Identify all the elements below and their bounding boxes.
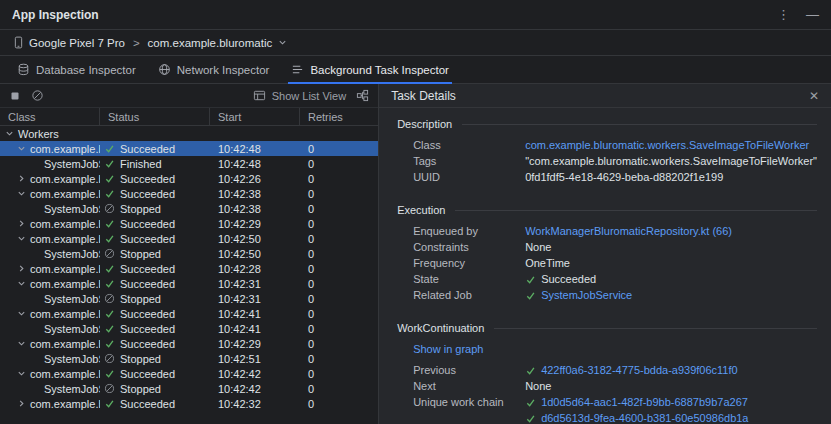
close-icon[interactable]: ✕ bbox=[809, 89, 819, 103]
check-icon bbox=[104, 263, 115, 274]
chevron-open-icon[interactable] bbox=[16, 144, 27, 153]
detail-link[interactable]: 422ff0a6-3182-4775-bdda-a939f06c11f0 bbox=[541, 363, 738, 377]
start-cell: 10:42:29 bbox=[210, 336, 300, 351]
detail-link[interactable]: d6d5613d-9fea-4600-b381-60e50986db1a bbox=[541, 411, 748, 424]
cancel-work-icon[interactable] bbox=[31, 89, 44, 102]
chevron-open-icon[interactable] bbox=[16, 309, 27, 318]
table-row[interactable]: com.example.blSucceeded10:42:260 bbox=[0, 171, 378, 186]
inspector-tabs: Database InspectorNetwork InspectorBackg… bbox=[0, 56, 831, 84]
check-icon bbox=[104, 338, 115, 349]
details-body: DescriptionClasscom.example.bluromatic.w… bbox=[379, 108, 831, 424]
status-cell: Succeeded bbox=[100, 321, 210, 336]
column-header-retries[interactable]: Retries bbox=[300, 108, 378, 125]
column-header-status[interactable]: Status bbox=[100, 108, 210, 125]
retries-cell: 0 bbox=[300, 381, 378, 396]
class-name: com.example.bl bbox=[30, 143, 100, 155]
status-label: Succeeded bbox=[120, 278, 175, 290]
detail-label: Constraints bbox=[413, 240, 525, 255]
detail-link[interactable]: WorkManagerBluromaticRepository.kt (66) bbox=[525, 224, 732, 238]
table-row[interactable]: SystemJobSStopped10:42:510 bbox=[0, 351, 378, 366]
start-cell: 10:42:41 bbox=[210, 306, 300, 321]
table-row[interactable]: com.example.blSucceeded10:42:410 bbox=[0, 306, 378, 321]
table-row[interactable]: com.example.blSucceeded10:42:290 bbox=[0, 216, 378, 231]
table-row[interactable]: com.example.blSucceeded10:42:320 bbox=[0, 396, 378, 411]
check-icon bbox=[104, 218, 115, 229]
start-cell: 10:42:32 bbox=[210, 396, 300, 411]
tab-network-inspector[interactable]: Network Inspector bbox=[147, 56, 281, 83]
table-row[interactable]: SystemJobSFinished10:42:480 bbox=[0, 156, 378, 171]
status-cell: Succeeded bbox=[100, 336, 210, 351]
detail-link[interactable]: 1d0d5d64-aac1-482f-b9bb-6887b9b7a267 bbox=[541, 395, 748, 409]
hide-icon[interactable]: — bbox=[806, 8, 819, 21]
start-cell: 10:42:42 bbox=[210, 366, 300, 381]
table-row[interactable]: SystemJobSStopped10:42:420 bbox=[0, 381, 378, 396]
table-row[interactable]: SystemJobSStopped10:42:500 bbox=[0, 246, 378, 261]
start-cell: 10:42:41 bbox=[210, 321, 300, 336]
titlebar: App Inspection ⋮ — bbox=[0, 0, 831, 30]
chevron-open-icon[interactable] bbox=[16, 369, 27, 378]
tab-database-inspector[interactable]: Database Inspector bbox=[6, 56, 147, 83]
detail-label: Unique work chain bbox=[413, 395, 525, 410]
chevron-closed-icon[interactable] bbox=[16, 174, 27, 183]
table-row[interactable]: com.example.blSucceeded10:42:500 bbox=[0, 231, 378, 246]
details-section-workcontinuation: WorkContinuationShow in graphPrevious422… bbox=[397, 320, 817, 424]
detail-label: Tags bbox=[413, 154, 525, 169]
chevron-closed-icon[interactable] bbox=[16, 264, 27, 273]
show-list-view-label: Show List View bbox=[272, 90, 346, 102]
check-icon bbox=[104, 173, 115, 184]
show-in-graph-link[interactable]: Show in graph bbox=[413, 343, 483, 355]
detail-row: UUID0fd1fdf5-4e18-4629-beba-d88202f1e199 bbox=[413, 170, 817, 186]
status-cell: Succeeded bbox=[100, 171, 210, 186]
retries-cell: 0 bbox=[300, 306, 378, 321]
status-label: Stopped bbox=[120, 383, 161, 395]
show-list-view-button[interactable]: Show List View bbox=[253, 89, 346, 102]
detail-values: None bbox=[525, 240, 551, 254]
chevron-open-icon[interactable] bbox=[16, 339, 27, 348]
detail-link[interactable]: com.example.bluromatic.workers.SaveImage… bbox=[525, 138, 809, 152]
table-header: ClassStatusStartRetries bbox=[0, 108, 378, 126]
class-cell: com.example.bl bbox=[0, 276, 100, 291]
chevron-closed-icon[interactable] bbox=[16, 219, 27, 228]
column-header-start[interactable]: Start bbox=[210, 108, 300, 125]
status-label: Stopped bbox=[120, 353, 161, 365]
detail-label: Next bbox=[413, 379, 525, 394]
more-options-icon[interactable]: ⋮ bbox=[777, 8, 790, 21]
table-row[interactable]: com.example.blSucceeded10:42:290 bbox=[0, 336, 378, 351]
chevron-open-icon[interactable] bbox=[16, 234, 27, 243]
class-cell: SystemJobS bbox=[0, 291, 100, 306]
column-header-class[interactable]: Class bbox=[0, 108, 100, 125]
table-row[interactable]: com.example.blSucceeded10:42:310 bbox=[0, 276, 378, 291]
detail-values: "com.example.bluromatic.workers.SaveImag… bbox=[525, 154, 817, 168]
chevron-open-icon[interactable] bbox=[4, 129, 15, 138]
table-row[interactable]: SystemJobSStopped10:42:310 bbox=[0, 291, 378, 306]
device-name: Google Pixel 7 Pro bbox=[29, 37, 125, 49]
table-row[interactable]: SystemJobSStopped10:42:380 bbox=[0, 201, 378, 216]
chevron-open-icon[interactable] bbox=[16, 189, 27, 198]
workers-group-row[interactable]: Workers bbox=[0, 126, 378, 141]
detail-values: SystemJobService bbox=[525, 288, 632, 302]
check-icon bbox=[525, 274, 536, 285]
tab-background-task-inspector[interactable]: Background Task Inspector bbox=[280, 56, 460, 83]
chevron-closed-icon[interactable] bbox=[16, 399, 27, 408]
chevron-open-icon[interactable] bbox=[16, 279, 27, 288]
class-name: com.example.bl bbox=[30, 278, 100, 290]
table-row[interactable]: com.example.blSucceeded10:42:420 bbox=[0, 366, 378, 381]
check-icon bbox=[104, 323, 115, 334]
check-icon bbox=[104, 368, 115, 379]
class-cell: com.example.bl bbox=[0, 261, 100, 276]
table-row[interactable]: SystemJobSSucceeded10:42:410 bbox=[0, 321, 378, 336]
table-row[interactable]: com.example.blSucceeded10:42:280 bbox=[0, 261, 378, 276]
class-cell: SystemJobS bbox=[0, 381, 100, 396]
detail-label: UUID bbox=[413, 170, 525, 185]
detail-values: OneTime bbox=[525, 256, 570, 270]
class-cell: com.example.bl bbox=[0, 336, 100, 351]
graph-view-icon[interactable] bbox=[356, 89, 369, 102]
table-row[interactable]: com.example.blSucceeded10:42:380 bbox=[0, 186, 378, 201]
start-cell: 10:42:28 bbox=[210, 261, 300, 276]
detail-link[interactable]: SystemJobService bbox=[541, 288, 632, 302]
status-label: Succeeded bbox=[120, 398, 175, 410]
stop-inspection-icon[interactable] bbox=[9, 90, 21, 102]
check-icon bbox=[104, 158, 115, 169]
device-process-selector[interactable]: Google Pixel 7 Pro > com.example.bluroma… bbox=[10, 34, 291, 51]
table-row[interactable]: com.example.blSucceeded10:42:480 bbox=[0, 141, 378, 156]
